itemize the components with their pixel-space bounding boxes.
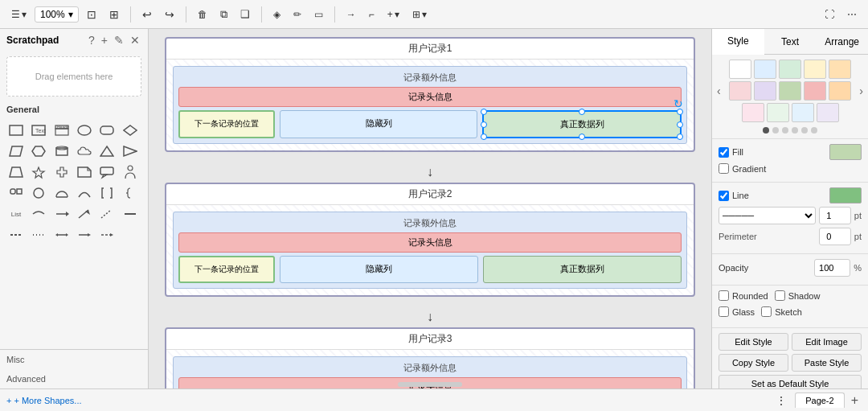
canvas-area[interactable]: 用户记录1 记录额外信息 记录头信息 下一条记录的位置 隐藏列 真正数据列 (149, 29, 711, 388)
line-color-swatch[interactable] (829, 187, 862, 203)
shape-arrow-right[interactable] (52, 204, 72, 224)
edit-style-button[interactable]: Edit Style (719, 333, 788, 351)
sidebar-add-button[interactable]: + (100, 34, 109, 47)
shape-list-item[interactable]: List (6, 204, 26, 224)
shape-button[interactable]: ▭ (309, 6, 328, 23)
more-shapes-button[interactable]: + + More Shapes... (6, 396, 82, 405)
rounded-checkbox[interactable] (719, 290, 729, 301)
shape-diamond[interactable] (121, 121, 140, 140)
shape-line-dashed[interactable] (6, 225, 26, 245)
fill-button[interactable]: ◈ (268, 6, 285, 23)
fit-width-button[interactable]: ⊞ (104, 5, 124, 24)
shape-right-triangle[interactable] (121, 142, 140, 161)
copy-button[interactable]: ⧉ (215, 5, 232, 24)
paste-button[interactable]: ❑ (235, 5, 255, 23)
table-button[interactable]: ⊞ ▾ (407, 6, 432, 23)
connector-button[interactable]: → (342, 6, 361, 23)
shape-circle[interactable] (29, 183, 48, 203)
fullscreen-button[interactable]: ⛶ (820, 6, 839, 23)
record-1-real[interactable]: 真正数据列 ↻ (482, 110, 682, 138)
copy-style-button[interactable]: Copy Style (719, 354, 788, 372)
shape-text-flow[interactable] (29, 204, 48, 224)
perimeter-input[interactable] (819, 228, 851, 245)
swatch-white[interactable] (729, 60, 751, 79)
swatch-orange[interactable] (829, 60, 851, 79)
shape-rounded-square[interactable] (6, 183, 26, 203)
swatch-green[interactable] (779, 60, 801, 79)
shape-hexagon[interactable] (29, 142, 48, 161)
shape-rectangle-text[interactable]: Text (29, 121, 48, 140)
shape-person[interactable] (121, 162, 140, 182)
swatch-rose[interactable] (742, 103, 764, 122)
diagram-1[interactable]: 用户记录1 记录额外信息 记录头信息 下一条记录的位置 隐藏列 真正数据列 (165, 37, 695, 152)
misc-section-toggle[interactable]: Misc (0, 350, 148, 369)
advanced-section-toggle[interactable]: Advanced (0, 369, 148, 388)
diagram-3[interactable]: 用户记录3 记录额外信息 记录头信息 下一条记录的位置 隐藏列 真正数据列 (165, 327, 695, 388)
fit-page-button[interactable]: ⊡ (82, 5, 101, 24)
page-tab-2[interactable]: Page-2 (795, 393, 844, 408)
edit-image-button[interactable]: Edit Image (792, 333, 862, 351)
shape-ellipse[interactable] (75, 121, 94, 140)
shape-brace[interactable] (121, 183, 140, 203)
shape-arrow-diagonal[interactable] (75, 204, 94, 224)
undo-button[interactable]: ↩ (137, 5, 157, 24)
tab-arrange[interactable]: Arrange (816, 29, 868, 54)
record-1-hidden[interactable]: 隐藏列 (280, 110, 477, 138)
record-2-hidden[interactable]: 隐藏列 (280, 256, 478, 283)
shape-line-double-arrow[interactable] (52, 225, 72, 245)
sketch-checkbox[interactable] (761, 306, 772, 317)
add-page-button[interactable]: + (848, 393, 862, 408)
swatch-purple[interactable] (754, 81, 776, 101)
shape-arrow-up-right[interactable] (97, 204, 117, 224)
record-1-next[interactable]: 下一条记录的位置 (178, 110, 275, 138)
shape-bracket[interactable] (97, 183, 117, 203)
shape-triangle[interactable] (97, 142, 117, 161)
swatch-pink[interactable] (729, 81, 751, 101)
more-options-button[interactable]: ⋯ (842, 6, 862, 23)
shape-line-single-arrow[interactable] (75, 225, 94, 245)
shape-parallelogram[interactable] (6, 142, 26, 161)
dot-2[interactable] (772, 127, 779, 134)
shape-cylinder[interactable] (52, 142, 72, 161)
shape-line-dotted[interactable] (29, 225, 48, 245)
swatch-yellow[interactable] (804, 60, 826, 79)
paste-style-button[interactable]: Paste Style (792, 354, 862, 372)
shape-arc[interactable] (75, 183, 94, 203)
opacity-input[interactable] (814, 259, 850, 277)
shape-trapezoid[interactable] (6, 162, 26, 182)
swatch-next-button[interactable]: › (858, 84, 865, 97)
shape-semi-circle[interactable] (52, 183, 72, 203)
drag-zone[interactable]: Drag elements here (6, 56, 141, 97)
shape-rounded-rect[interactable] (97, 121, 117, 140)
shape-rectangle[interactable] (6, 121, 26, 140)
gradient-checkbox[interactable] (719, 163, 729, 174)
zoom-control[interactable]: 100% ▾ (35, 6, 79, 23)
swatch-lavender[interactable] (817, 103, 839, 122)
shape-cross[interactable] (52, 162, 72, 182)
tab-text[interactable]: Text (764, 29, 817, 54)
shape-line-arrow-dash[interactable] (97, 225, 117, 245)
swatch-green2[interactable] (779, 81, 801, 101)
record-2-next[interactable]: 下一条记录的位置 (178, 256, 275, 283)
line-width-input[interactable] (819, 207, 851, 224)
page-options-button[interactable]: ⋮ (771, 391, 792, 410)
insert-button[interactable]: + ▾ (383, 6, 404, 23)
menu-button[interactable]: ☰ ▾ (6, 6, 31, 23)
sidebar-help-button[interactable]: ? (87, 34, 96, 47)
horizontal-scrollbar[interactable] (398, 382, 462, 387)
record-2-real[interactable]: 真正数据列 (483, 256, 682, 283)
shape-star[interactable] (29, 162, 48, 182)
swatch-red[interactable] (804, 81, 826, 101)
fill-checkbox[interactable] (719, 147, 729, 158)
swatch-peach[interactable] (829, 81, 851, 101)
swatch-sky[interactable] (792, 103, 814, 122)
shape-note[interactable] (75, 162, 94, 182)
swatch-prev-button[interactable]: ‹ (715, 84, 723, 97)
sidebar-close-button[interactable]: ✕ (129, 34, 141, 47)
dot-6[interactable] (811, 127, 817, 134)
fill-color-swatch[interactable] (829, 144, 862, 160)
set-default-style-button[interactable]: Set as Default Style (719, 375, 862, 388)
dot-4[interactable] (792, 127, 798, 134)
shadow-checkbox[interactable] (775, 290, 785, 301)
glass-checkbox[interactable] (719, 306, 729, 317)
